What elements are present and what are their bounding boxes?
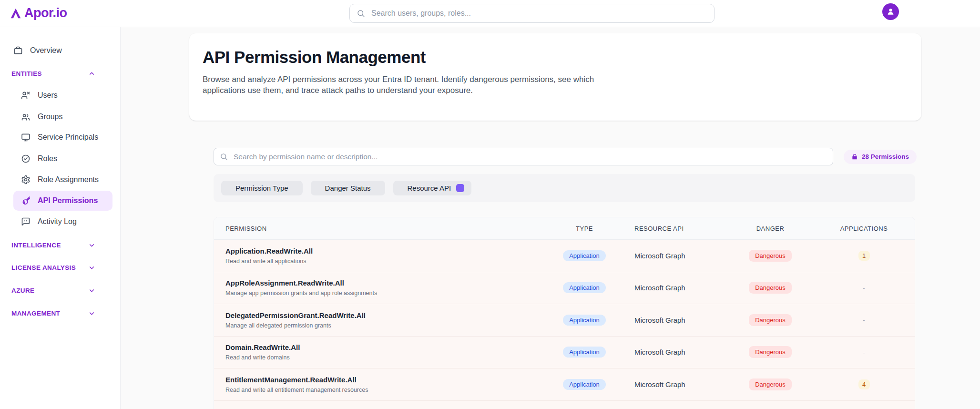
applications-count: -	[863, 349, 865, 356]
key-icon	[21, 196, 31, 205]
chevron-down-icon	[88, 264, 95, 271]
permission-description: Read and write domains	[225, 354, 546, 361]
sidebar-item-users[interactable]: Users	[8, 88, 112, 102]
logo-triangle-icon	[10, 7, 22, 20]
resource-api-color-swatch	[456, 184, 464, 192]
lock-icon	[851, 153, 858, 160]
permission-search[interactable]	[214, 148, 833, 165]
permissions-count-badge: 28 Permissions	[844, 150, 917, 164]
permission-name: DelegatedPermissionGrant.ReadWrite.All	[225, 311, 546, 319]
sidebar-section-license-analysis[interactable]: LICENSE ANALYSIS	[8, 262, 112, 273]
filter-resource-api[interactable]: Resource API	[393, 181, 472, 195]
chevron-down-icon	[88, 287, 95, 294]
sidebar-item-service-principals[interactable]: Service Principals	[8, 130, 112, 144]
column-header-resource-api: RESOURCE API	[623, 225, 727, 232]
table-row[interactable]: Domain.ReadWrite.All Read and write doma…	[214, 337, 915, 369]
column-header-applications: APPLICATIONS	[813, 225, 915, 232]
chevron-down-icon	[88, 310, 95, 317]
type-badge: Application	[563, 315, 606, 326]
permission-description: Read and write all entitlement managemen…	[225, 387, 546, 393]
topbar: Apor.io	[0, 0, 980, 27]
filter-bar: Permission Type Danger Status Resource A…	[214, 174, 915, 202]
sidebar-item-api-permissions[interactable]: API Permissions	[13, 191, 112, 211]
type-badge: Application	[563, 250, 606, 261]
sidebar-item-label: Role Assignments	[38, 175, 99, 184]
table-row[interactable]: EntitlementManagement.ReadWrite.All Read…	[214, 368, 915, 401]
user-icon	[886, 7, 895, 16]
briefcase-icon	[13, 46, 23, 55]
page-description: Browse and analyze API permissions acros…	[203, 74, 622, 96]
sidebar-item-label: Overview	[30, 46, 62, 55]
gear-icon	[21, 175, 31, 184]
search-icon	[220, 153, 228, 161]
resource-api-value: Microsoft Graph	[623, 284, 727, 292]
filter-permission-type[interactable]: Permission Type	[221, 181, 303, 195]
sidebar-section-intelligence[interactable]: INTELLIGENCE	[8, 240, 112, 250]
page-title: API Permission Management	[203, 48, 908, 67]
activity-log-icon	[21, 217, 31, 226]
sidebar-section-entities[interactable]: ENTITIES	[8, 68, 112, 79]
sidebar-section-management[interactable]: MANAGEMENT	[8, 308, 112, 318]
danger-badge: Dangerous	[749, 378, 792, 390]
table-row-partial[interactable]	[214, 401, 915, 409]
user-avatar[interactable]	[882, 3, 899, 20]
danger-badge: Dangerous	[749, 314, 792, 326]
sidebar-item-label: Roles	[38, 154, 57, 163]
sidebar-item-roles[interactable]: Roles	[8, 152, 112, 166]
sidebar-item-label: Groups	[38, 112, 62, 121]
table-header-row: PERMISSION TYPE RESOURCE API DANGER APPL…	[214, 217, 915, 240]
filter-danger-status[interactable]: Danger Status	[311, 181, 385, 195]
filter-label: Resource API	[408, 184, 451, 192]
sidebar-item-activity-log[interactable]: Activity Log	[8, 215, 112, 229]
global-search[interactable]	[349, 4, 715, 23]
sidebar: Overview ENTITIES Users Groups Service P…	[0, 27, 121, 409]
permission-description: Manage app permission grants and app rol…	[225, 290, 546, 297]
danger-badge: Dangerous	[749, 250, 792, 262]
sidebar-item-groups[interactable]: Groups	[8, 110, 112, 124]
column-header-type: TYPE	[546, 225, 623, 232]
page-header-card: API Permission Management Browse and ana…	[189, 33, 921, 121]
resource-api-value: Microsoft Graph	[623, 380, 727, 389]
chevron-down-icon	[88, 242, 95, 249]
app-logo-text: Apor.io	[24, 6, 67, 20]
global-search-input[interactable]	[370, 9, 707, 18]
permissions-table: PERMISSION TYPE RESOURCE API DANGER APPL…	[214, 217, 915, 409]
filter-label: Permission Type	[235, 184, 288, 192]
permission-description: Manage all delegated permission grants	[225, 322, 546, 329]
main-content: API Permission Management Browse and ana…	[121, 27, 980, 409]
check-circle-icon	[21, 154, 31, 164]
search-icon	[357, 9, 365, 18]
resource-api-value: Microsoft Graph	[623, 348, 727, 356]
section-label: LICENSE ANALYSIS	[11, 264, 76, 271]
applications-count: -	[863, 317, 865, 324]
permission-name: AppRoleAssignment.ReadWrite.All	[225, 279, 546, 287]
column-header-danger: DANGER	[727, 225, 813, 232]
column-header-permission: PERMISSION	[214, 225, 546, 232]
sidebar-section-azure[interactable]: AZURE	[8, 285, 112, 296]
permission-name: Application.ReadWrite.All	[225, 247, 546, 255]
sidebar-item-role-assignments[interactable]: Role Assignments	[8, 173, 112, 187]
danger-badge: Dangerous	[749, 346, 792, 358]
permission-search-input[interactable]	[214, 148, 833, 165]
permission-name: EntitlementManagement.ReadWrite.All	[225, 376, 546, 384]
danger-badge: Dangerous	[749, 282, 792, 294]
table-body: Application.ReadWrite.All Read and write…	[214, 240, 915, 401]
type-badge: Application	[563, 379, 606, 390]
applications-count: 4	[858, 379, 870, 389]
sidebar-item-overview[interactable]: Overview	[8, 43, 112, 58]
section-label: ENTITIES	[11, 70, 42, 77]
table-row[interactable]: AppRoleAssignment.ReadWrite.All Manage a…	[214, 272, 915, 305]
permissions-count-label: 28 Permissions	[862, 153, 909, 160]
app-logo[interactable]: Apor.io	[10, 6, 67, 20]
sidebar-item-label: API Permissions	[38, 196, 98, 205]
table-row[interactable]: DelegatedPermissionGrant.ReadWrite.All M…	[214, 304, 915, 337]
user-x-icon	[21, 91, 31, 100]
permission-description: Read and write all applications	[225, 258, 546, 265]
sidebar-item-label: Users	[38, 91, 58, 100]
applications-count: 1	[858, 251, 870, 261]
table-row[interactable]: Application.ReadWrite.All Read and write…	[214, 240, 915, 272]
users-icon	[21, 112, 31, 122]
type-badge: Application	[563, 282, 606, 293]
section-label: AZURE	[11, 287, 35, 294]
type-badge: Application	[563, 347, 606, 358]
